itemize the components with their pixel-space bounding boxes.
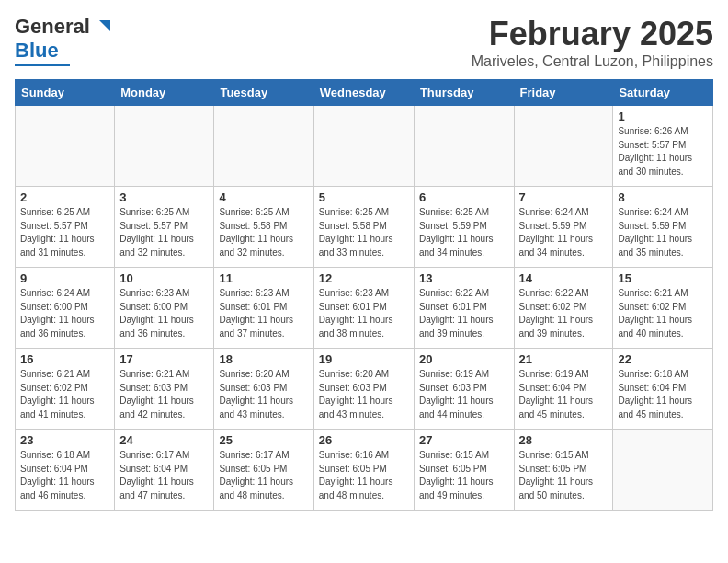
- calendar-cell: [313, 106, 414, 187]
- day-number: 10: [119, 271, 209, 285]
- day-number: 19: [319, 352, 409, 366]
- day-number: 13: [419, 271, 509, 285]
- day-number: 8: [618, 190, 708, 204]
- calendar-cell: 11Sunrise: 6:23 AMSunset: 6:01 PMDayligh…: [214, 268, 313, 349]
- day-info: Sunrise: 6:22 AMSunset: 6:01 PMDaylight:…: [419, 287, 509, 340]
- day-info: Sunrise: 6:19 AMSunset: 6:03 PMDaylight:…: [419, 368, 509, 421]
- calendar-cell: 18Sunrise: 6:20 AMSunset: 6:03 PMDayligh…: [214, 349, 313, 430]
- calendar-title-block: February 2025 Mariveles, Central Luzon, …: [472, 15, 713, 70]
- day-number: 15: [618, 271, 708, 285]
- day-info: Sunrise: 6:23 AMSunset: 6:01 PMDaylight:…: [319, 287, 409, 340]
- calendar-cell: 15Sunrise: 6:21 AMSunset: 6:02 PMDayligh…: [613, 268, 713, 349]
- logo-text-blue: Blue: [15, 39, 59, 63]
- week-row-2: 9Sunrise: 6:24 AMSunset: 6:00 PMDaylight…: [16, 268, 713, 349]
- calendar-cell: 19Sunrise: 6:20 AMSunset: 6:03 PMDayligh…: [313, 349, 414, 430]
- day-number: 7: [519, 190, 609, 204]
- day-info: Sunrise: 6:24 AMSunset: 5:59 PMDaylight:…: [618, 206, 708, 259]
- day-number: 27: [419, 433, 509, 447]
- calendar-cell: 27Sunrise: 6:15 AMSunset: 6:05 PMDayligh…: [414, 430, 514, 511]
- calendar-cell: 21Sunrise: 6:19 AMSunset: 6:04 PMDayligh…: [514, 349, 613, 430]
- day-number: 18: [219, 352, 308, 366]
- day-info: Sunrise: 6:17 AMSunset: 6:04 PMDaylight:…: [119, 449, 209, 502]
- page-header: General Blue February 2025 Mariveles, Ce…: [15, 15, 713, 70]
- logo-triangle-icon: [92, 17, 112, 37]
- calendar-cell: 20Sunrise: 6:19 AMSunset: 6:03 PMDayligh…: [414, 349, 514, 430]
- day-number: 5: [319, 190, 409, 204]
- day-number: 6: [419, 190, 509, 204]
- day-info: Sunrise: 6:18 AMSunset: 6:04 PMDaylight:…: [20, 449, 109, 502]
- calendar-cell: 9Sunrise: 6:24 AMSunset: 6:00 PMDaylight…: [16, 268, 115, 349]
- day-info: Sunrise: 6:25 AMSunset: 5:57 PMDaylight:…: [119, 206, 209, 259]
- calendar-cell: 17Sunrise: 6:21 AMSunset: 6:03 PMDayligh…: [115, 349, 214, 430]
- col-header-friday: Friday: [514, 80, 613, 106]
- logo: General Blue: [15, 15, 112, 66]
- day-number: 26: [319, 433, 409, 447]
- day-info: Sunrise: 6:26 AMSunset: 5:57 PMDaylight:…: [618, 125, 708, 178]
- day-number: 9: [20, 271, 109, 285]
- calendar-header-row: SundayMondayTuesdayWednesdayThursdayFrid…: [16, 80, 713, 106]
- col-header-sunday: Sunday: [16, 80, 115, 106]
- logo-underline: [15, 64, 70, 66]
- day-info: Sunrise: 6:15 AMSunset: 6:05 PMDaylight:…: [419, 449, 509, 502]
- calendar-location: Mariveles, Central Luzon, Philippines: [472, 53, 713, 70]
- day-info: Sunrise: 6:21 AMSunset: 6:02 PMDaylight:…: [20, 368, 109, 421]
- day-info: Sunrise: 6:20 AMSunset: 6:03 PMDaylight:…: [319, 368, 409, 421]
- day-info: Sunrise: 6:20 AMSunset: 6:03 PMDaylight:…: [219, 368, 308, 421]
- day-number: 23: [20, 433, 109, 447]
- calendar-cell: 26Sunrise: 6:16 AMSunset: 6:05 PMDayligh…: [313, 430, 414, 511]
- calendar-cell: 16Sunrise: 6:21 AMSunset: 6:02 PMDayligh…: [16, 349, 115, 430]
- calendar-cell: 28Sunrise: 6:15 AMSunset: 6:05 PMDayligh…: [514, 430, 613, 511]
- day-info: Sunrise: 6:23 AMSunset: 6:01 PMDaylight:…: [219, 287, 308, 340]
- week-row-1: 2Sunrise: 6:25 AMSunset: 5:57 PMDaylight…: [16, 187, 713, 268]
- col-header-saturday: Saturday: [613, 80, 713, 106]
- calendar-cell: 6Sunrise: 6:25 AMSunset: 5:59 PMDaylight…: [414, 187, 514, 268]
- day-info: Sunrise: 6:25 AMSunset: 5:58 PMDaylight:…: [219, 206, 308, 259]
- day-number: 2: [20, 190, 109, 204]
- day-info: Sunrise: 6:19 AMSunset: 6:04 PMDaylight:…: [519, 368, 609, 421]
- svg-marker-0: [99, 20, 110, 31]
- calendar-cell: 22Sunrise: 6:18 AMSunset: 6:04 PMDayligh…: [613, 349, 713, 430]
- day-number: 3: [119, 190, 209, 204]
- calendar-cell: 14Sunrise: 6:22 AMSunset: 6:02 PMDayligh…: [514, 268, 613, 349]
- day-number: 11: [219, 271, 308, 285]
- calendar-cell: 8Sunrise: 6:24 AMSunset: 5:59 PMDaylight…: [613, 187, 713, 268]
- calendar-cell: 12Sunrise: 6:23 AMSunset: 6:01 PMDayligh…: [313, 268, 414, 349]
- calendar-cell: 1Sunrise: 6:26 AMSunset: 5:57 PMDaylight…: [613, 106, 713, 187]
- day-info: Sunrise: 6:16 AMSunset: 6:05 PMDaylight:…: [319, 449, 409, 502]
- day-number: 20: [419, 352, 509, 366]
- day-number: 25: [219, 433, 308, 447]
- day-info: Sunrise: 6:21 AMSunset: 6:02 PMDaylight:…: [618, 287, 708, 340]
- day-number: 12: [319, 271, 409, 285]
- calendar-cell: [414, 106, 514, 187]
- week-row-4: 23Sunrise: 6:18 AMSunset: 6:04 PMDayligh…: [16, 430, 713, 511]
- calendar-cell: 13Sunrise: 6:22 AMSunset: 6:01 PMDayligh…: [414, 268, 514, 349]
- logo-text-general: General: [15, 15, 90, 39]
- col-header-wednesday: Wednesday: [313, 80, 414, 106]
- day-info: Sunrise: 6:17 AMSunset: 6:05 PMDaylight:…: [219, 449, 308, 502]
- day-info: Sunrise: 6:25 AMSunset: 5:57 PMDaylight:…: [20, 206, 109, 259]
- day-info: Sunrise: 6:24 AMSunset: 6:00 PMDaylight:…: [20, 287, 109, 340]
- col-header-monday: Monday: [115, 80, 214, 106]
- day-info: Sunrise: 6:18 AMSunset: 6:04 PMDaylight:…: [618, 368, 708, 421]
- calendar-cell: 5Sunrise: 6:25 AMSunset: 5:58 PMDaylight…: [313, 187, 414, 268]
- day-info: Sunrise: 6:24 AMSunset: 5:59 PMDaylight:…: [519, 206, 609, 259]
- calendar-cell: 10Sunrise: 6:23 AMSunset: 6:00 PMDayligh…: [115, 268, 214, 349]
- day-info: Sunrise: 6:15 AMSunset: 6:05 PMDaylight:…: [519, 449, 609, 502]
- calendar-cell: 3Sunrise: 6:25 AMSunset: 5:57 PMDaylight…: [115, 187, 214, 268]
- calendar-cell: [115, 106, 214, 187]
- day-info: Sunrise: 6:21 AMSunset: 6:03 PMDaylight:…: [119, 368, 209, 421]
- day-number: 1: [618, 109, 708, 123]
- day-number: 16: [20, 352, 109, 366]
- calendar-cell: [214, 106, 313, 187]
- calendar-month-year: February 2025: [472, 15, 713, 53]
- calendar-cell: [514, 106, 613, 187]
- calendar-cell: [16, 106, 115, 187]
- day-number: 17: [119, 352, 209, 366]
- col-header-thursday: Thursday: [414, 80, 514, 106]
- day-number: 24: [119, 433, 209, 447]
- day-number: 28: [519, 433, 609, 447]
- calendar-cell: [613, 430, 713, 511]
- day-info: Sunrise: 6:25 AMSunset: 5:59 PMDaylight:…: [419, 206, 509, 259]
- calendar-cell: 4Sunrise: 6:25 AMSunset: 5:58 PMDaylight…: [214, 187, 313, 268]
- calendar-cell: 2Sunrise: 6:25 AMSunset: 5:57 PMDaylight…: [16, 187, 115, 268]
